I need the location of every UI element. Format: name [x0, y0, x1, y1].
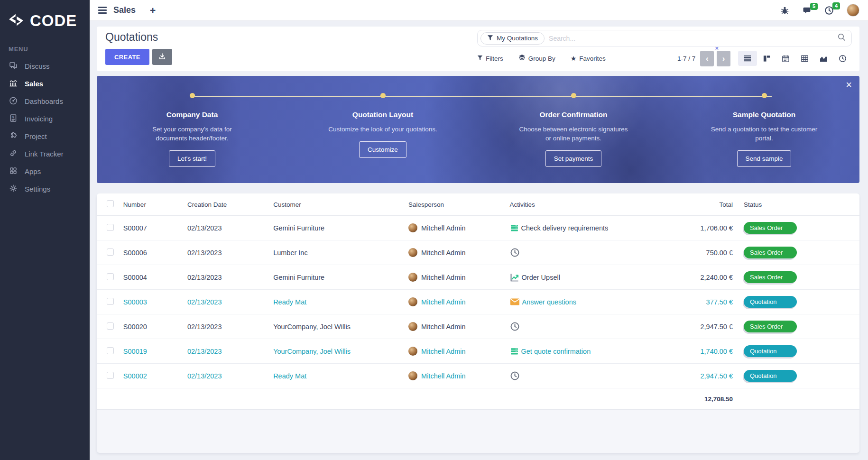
- send-sample-button[interactable]: Send sample: [737, 150, 792, 167]
- set-payments-button[interactable]: Set payments: [545, 150, 602, 167]
- activity-label[interactable]: Check delivery requirements: [521, 224, 609, 232]
- column-header-total[interactable]: Total: [642, 201, 733, 208]
- table-row[interactable]: S00004 02/13/2023 Gemini Furniture Mitch…: [97, 265, 859, 290]
- salesperson-name: Mitchell Admin: [421, 298, 465, 306]
- timeline-dot: [762, 93, 767, 98]
- customer-name: YourCompany, Joel Willis: [273, 323, 408, 331]
- facet-remove-icon[interactable]: ×: [715, 45, 719, 52]
- row-checkbox[interactable]: [107, 298, 114, 305]
- filters-label: Filters: [486, 55, 503, 62]
- clock-icon[interactable]: [510, 322, 520, 331]
- total-amount: 377.50 €: [642, 298, 733, 306]
- row-checkbox[interactable]: [107, 347, 114, 354]
- salesperson-name: Mitchell Admin: [421, 224, 465, 232]
- footer-total: 12,708.50: [642, 396, 733, 403]
- column-header-creation-date[interactable]: Creation Date: [187, 201, 273, 208]
- row-checkbox[interactable]: [107, 224, 114, 231]
- column-header-status[interactable]: Status: [744, 201, 859, 208]
- sidebar-item-apps[interactable]: Apps: [0, 163, 90, 180]
- activities-count-badge: 4: [832, 2, 840, 9]
- sidebar-item-sales[interactable]: Sales: [0, 75, 90, 92]
- search-input[interactable]: [549, 35, 838, 42]
- activity-label[interactable]: Get quote confirmation: [521, 348, 591, 355]
- status-badge: Quotation: [744, 296, 797, 308]
- activities-clock-icon[interactable]: 4: [824, 6, 834, 15]
- app-logo[interactable]: CODE: [0, 0, 90, 31]
- table-row[interactable]: S00002 02/13/2023 Ready Mat Mitchell Adm…: [97, 364, 859, 388]
- group-by-button[interactable]: Group By: [518, 54, 555, 63]
- debug-bug-icon[interactable]: [780, 6, 789, 15]
- calendar-view-icon[interactable]: [776, 51, 795, 66]
- messages-icon[interactable]: 5: [802, 6, 812, 15]
- favorites-button[interactable]: ★ Favorites: [571, 55, 606, 62]
- column-header-customer[interactable]: Customer: [273, 201, 408, 208]
- onboarding-step-company-data: Company Data Set your company's data for…: [97, 76, 287, 183]
- clock-icon[interactable]: [510, 248, 520, 258]
- filters-button[interactable]: Filters: [477, 55, 503, 62]
- row-checkbox[interactable]: [107, 248, 114, 256]
- step-title: Sample Quotation: [733, 110, 796, 119]
- list-view-icon[interactable]: [738, 51, 757, 66]
- status-badge: Sales Order: [744, 222, 797, 234]
- control-panel: Quotations CREATE My Quotations ×: [97, 27, 859, 71]
- table-row[interactable]: S00003 02/13/2023 Ready Mat Mitchell Adm…: [97, 290, 859, 314]
- table-row[interactable]: S00020 02/13/2023 YourCompany, Joel Will…: [97, 314, 859, 339]
- activity-view-icon[interactable]: [833, 51, 852, 66]
- table-footer-row: 12,708.50: [97, 388, 859, 410]
- tasks-icon[interactable]: [510, 347, 519, 356]
- chart-icon[interactable]: [510, 273, 519, 282]
- total-amount: 2,947.50 €: [642, 372, 733, 380]
- column-header-salesperson[interactable]: Salesperson: [408, 201, 509, 208]
- sidebar-item-invoicing[interactable]: $ Invoicing: [0, 110, 90, 128]
- pager-next-button[interactable]: ›: [717, 51, 730, 66]
- step-title: Quotation Layout: [352, 110, 413, 119]
- hamburger-menu-icon[interactable]: [98, 7, 107, 14]
- quotation-number: S00004: [123, 274, 187, 281]
- sidebar-item-link-tracker[interactable]: Link Tracker: [0, 145, 90, 163]
- sidebar-item-dashboards[interactable]: Dashboards: [0, 92, 90, 110]
- status-badge: Sales Order: [744, 271, 797, 283]
- row-checkbox[interactable]: [107, 372, 114, 379]
- pivot-view-icon[interactable]: [795, 51, 814, 66]
- sidebar-item-settings[interactable]: Settings: [0, 180, 90, 198]
- clock-icon[interactable]: [510, 371, 520, 381]
- table-row[interactable]: S00006 02/13/2023 Lumber Inc Mitchell Ad…: [97, 240, 859, 265]
- sidebar: CODE MENU Discuss Sales Dashboards $ Inv…: [0, 0, 90, 460]
- new-tab-button[interactable]: +: [150, 5, 156, 15]
- user-avatar[interactable]: [847, 4, 859, 17]
- onboarding-step-quotation-layout: Quotation Layout Customize the look of y…: [287, 76, 478, 183]
- export-button[interactable]: [152, 49, 172, 65]
- lets-start-button[interactable]: Let's start!: [169, 150, 215, 167]
- salesperson-name: Mitchell Admin: [421, 274, 465, 281]
- quotation-number: S00020: [123, 323, 187, 331]
- search-facet[interactable]: My Quotations: [480, 32, 545, 45]
- salesperson-avatar: [408, 322, 417, 331]
- select-all-checkbox[interactable]: [107, 200, 114, 207]
- invoice-icon: $: [9, 113, 18, 124]
- filter-funnel-icon: [477, 55, 483, 62]
- tasks-icon[interactable]: [510, 223, 519, 232]
- salesperson-avatar: [408, 297, 417, 306]
- pager-previous-button[interactable]: ‹: [700, 51, 714, 66]
- activity-label[interactable]: Answer questions: [522, 298, 576, 306]
- kanban-view-icon[interactable]: [757, 51, 776, 66]
- sidebar-item-project[interactable]: Project: [0, 128, 90, 145]
- customize-button[interactable]: Customize: [359, 141, 406, 158]
- main-area: Sales + 5 4 Quotations CREATE: [90, 0, 868, 460]
- email-icon[interactable]: [510, 298, 520, 306]
- activity-label[interactable]: Order Upsell: [522, 274, 560, 281]
- sales-icon: [9, 78, 18, 89]
- pager-range: 1-7 / 7: [677, 55, 695, 62]
- view-switcher: [738, 51, 852, 66]
- row-checkbox[interactable]: [107, 322, 114, 330]
- row-checkbox[interactable]: [107, 273, 114, 280]
- create-button[interactable]: CREATE: [105, 49, 149, 65]
- salesperson-avatar: [408, 371, 417, 380]
- sidebar-item-discuss[interactable]: Discuss: [0, 57, 90, 75]
- search-bar[interactable]: My Quotations ×: [477, 30, 852, 46]
- graph-view-icon[interactable]: [814, 51, 833, 66]
- column-header-activities[interactable]: Activities: [510, 201, 642, 208]
- table-row[interactable]: S00019 02/13/2023 YourCompany, Joel Will…: [97, 339, 859, 364]
- table-row[interactable]: S00007 02/13/2023 Gemini Furniture Mitch…: [97, 216, 859, 240]
- column-header-number[interactable]: Number: [123, 201, 187, 208]
